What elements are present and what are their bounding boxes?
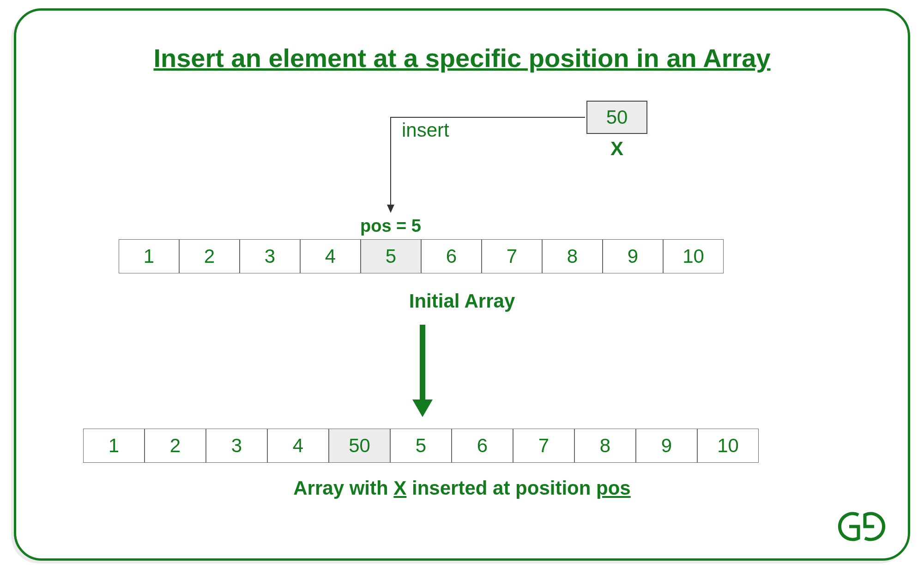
result-array: 1234505678910 — [83, 429, 759, 463]
array-cell: 9 — [603, 239, 663, 273]
result-label-pos: pos — [596, 477, 631, 499]
gfg-logo-icon — [832, 508, 892, 547]
array-cell: 3 — [240, 239, 300, 273]
array-cell: 5 — [361, 239, 421, 273]
array-cell: 1 — [119, 239, 179, 273]
array-cell: 2 — [145, 429, 206, 463]
array-cell: 2 — [179, 239, 240, 273]
x-label: X — [586, 138, 647, 160]
array-cell: 10 — [663, 239, 724, 273]
array-cell: 7 — [482, 239, 542, 273]
array-cell: 4 — [267, 429, 329, 463]
diagram-frame: Insert an element at a specific position… — [14, 8, 910, 561]
result-label-pre: Array with — [293, 477, 393, 499]
result-label-x: X — [393, 477, 406, 499]
x-value-box: 50 — [586, 101, 647, 134]
array-cell: 10 — [697, 429, 759, 463]
array-cell: 8 — [542, 239, 603, 273]
array-cell: 1 — [83, 429, 145, 463]
result-array-label: Array with X inserted at position pos — [16, 477, 908, 499]
insert-label: insert — [402, 119, 449, 141]
array-cell: 6 — [421, 239, 482, 273]
array-cell: 7 — [513, 429, 574, 463]
svg-marker-2 — [412, 400, 433, 417]
array-cell: 8 — [574, 429, 636, 463]
svg-marker-0 — [387, 205, 394, 213]
array-cell: 5 — [390, 429, 452, 463]
title: Insert an element at a specific position… — [16, 43, 908, 73]
pos-label: pos = 5 — [360, 216, 421, 236]
array-cell: 3 — [206, 429, 267, 463]
array-cell: 4 — [300, 239, 361, 273]
array-cell: 50 — [329, 429, 390, 463]
initial-array-label: Initial Array — [16, 290, 908, 312]
result-label-mid: inserted at position — [406, 477, 596, 499]
array-cell: 9 — [636, 429, 697, 463]
array-cell: 6 — [452, 429, 513, 463]
initial-array: 12345678910 — [119, 239, 724, 273]
